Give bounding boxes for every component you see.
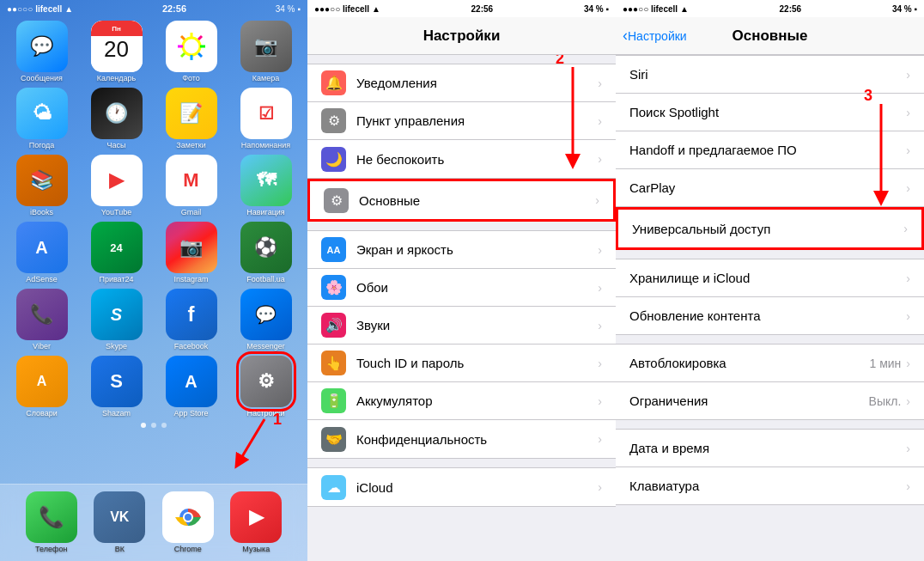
touchid-label: Touch ID и пароль	[356, 356, 598, 370]
app-privat24[interactable]: 24 Приват24	[82, 222, 151, 284]
control-icon: ⚙	[321, 108, 346, 133]
app-grid: 💬 Сообщения Пн 20 Календарь	[0, 17, 307, 418]
app-instagram[interactable]: 📷 Instagram	[156, 222, 226, 284]
general-row-storage[interactable]: Хранилище и iCloud ›	[616, 259, 924, 297]
app-slovari[interactable]: A Словари	[7, 356, 76, 418]
settings-group-general: ⚙ Основные ›	[307, 179, 616, 222]
wallpaper-label: Обои	[356, 280, 598, 295]
svg-line-7	[198, 36, 202, 40]
settings-list: 🔔 Уведомления › ⚙ Пункт управления › 🌙 Н…	[307, 55, 616, 561]
battery-label: Аккумулятор	[356, 393, 598, 408]
time-1: 22:56	[162, 3, 186, 14]
svg-line-8	[181, 53, 185, 57]
app-skype[interactable]: S Skype	[82, 289, 151, 351]
app-camera[interactable]: 📷 Камера	[231, 21, 301, 82]
app-maps[interactable]: 🗺 Навигация	[231, 155, 301, 216]
settings-row-notifications[interactable]: 🔔 Уведомления ›	[307, 64, 616, 102]
settings-group-2: AA Экран и яркость › 🌸 Обои › 🔊 Звуки › …	[307, 230, 616, 459]
dock-chrome[interactable]: Chrome	[162, 491, 214, 553]
control-label: Пункт управления	[356, 113, 598, 128]
app-settings[interactable]: ⚙ Настройки	[231, 356, 301, 418]
app-calendar[interactable]: Пн 20 Календарь	[82, 21, 151, 82]
app-messages[interactable]: 💬 Сообщения	[7, 21, 76, 82]
dock: 📞 Телефон VK ВК Chrome ▶	[0, 484, 307, 561]
app-facebook[interactable]: f Facebook	[156, 289, 226, 351]
general-group-accessibility: Универсальный доступ ›	[616, 207, 924, 250]
app-gmail[interactable]: M Gmail	[156, 155, 226, 216]
app-youtube[interactable]: ▶ YouTube	[82, 155, 151, 216]
general-row-keyboard[interactable]: Клавиатура ›	[616, 467, 924, 505]
sounds-icon: 🔊	[321, 313, 346, 338]
app-viber[interactable]: 📞 Viber	[7, 289, 76, 351]
svg-point-0	[183, 38, 200, 55]
carrier-1: ●●○○○ lifecell ▲	[7, 4, 73, 14]
general-group-4: Дата и время › Клавиатура ›	[616, 429, 924, 505]
settings-row-display[interactable]: AA Экран и яркость ›	[307, 231, 616, 269]
general-nav-bar: ‹ Настройки Основные	[616, 17, 924, 55]
sounds-label: Звуки	[356, 318, 598, 332]
app-messenger[interactable]: 💬 Messenger	[231, 289, 301, 351]
display-icon: AA	[321, 237, 346, 262]
general-row-datetime[interactable]: Дата и время ›	[616, 430, 924, 467]
app-photos[interactable]: Фото	[156, 21, 226, 82]
battery-2: 34 % ▪	[584, 4, 609, 14]
settings-nav-bar: Настройки	[307, 17, 616, 55]
general-group-3: Автоблокировка 1 мин › Ограничения Выкл.…	[616, 344, 924, 420]
app-clock[interactable]: 🕐 Часы	[82, 88, 151, 149]
general-row-spotlight[interactable]: Поиск Spotlight ›	[616, 94, 924, 131]
app-notes[interactable]: 📝 Заметки	[156, 88, 226, 149]
svg-point-11	[185, 514, 191, 521]
settings-group-icloud: ☁ iCloud ›	[307, 467, 616, 507]
settings-row-control[interactable]: ⚙ Пункт управления ›	[307, 102, 616, 140]
settings-row-wallpaper[interactable]: 🌸 Обои ›	[307, 269, 616, 307]
general-list: Siri › Поиск Spotlight › Handoff и предл…	[616, 55, 924, 561]
icloud-icon: ☁	[321, 475, 346, 500]
phone2-settings: ●●●○○ lifecell ▲ 22:56 34 % ▪ Настройки …	[307, 0, 616, 561]
dock-vk[interactable]: VK ВК	[94, 491, 145, 553]
general-row-content-update[interactable]: Обновление контента ›	[616, 297, 924, 335]
settings-row-dnd[interactable]: 🌙 Не беспокоить ›	[307, 140, 616, 178]
back-button[interactable]: ‹ Настройки	[623, 27, 687, 45]
app-appstore[interactable]: A App Store	[156, 356, 226, 418]
settings-title: Настройки	[423, 27, 501, 45]
battery-icon: 🔋	[321, 388, 346, 413]
dock-music[interactable]: ▶ Музыка	[230, 491, 282, 553]
dnd-icon: 🌙	[321, 147, 346, 172]
svg-line-5	[181, 36, 185, 40]
general-group-1: Siri › Поиск Spotlight › Handoff и предл…	[616, 55, 924, 207]
general-row-carplay[interactable]: CarPlay ›	[616, 169, 924, 207]
settings-row-battery[interactable]: 🔋 Аккумулятор ›	[307, 382, 616, 420]
app-shazam[interactable]: S Shazam	[82, 356, 151, 418]
carrier-2: ●●●○○ lifecell ▲	[314, 4, 380, 14]
status-bar-3: ●●●○○ lifecell ▲ 22:56 34 % ▪	[616, 0, 924, 17]
general-row-accessibility[interactable]: Универсальный доступ ›	[618, 210, 921, 247]
settings-row-icloud[interactable]: ☁ iCloud ›	[307, 468, 616, 506]
app-adsense[interactable]: A AdSense	[7, 222, 76, 284]
settings-group-1: 🔔 Уведомления › ⚙ Пункт управления › 🌙 Н…	[307, 64, 616, 179]
display-label: Экран и яркость	[356, 242, 598, 257]
notifications-label: Уведомления	[356, 76, 598, 90]
wallpaper-icon: 🌸	[321, 275, 346, 300]
time-3: 22:56	[780, 4, 802, 14]
settings-row-touchid[interactable]: 👆 Touch ID и пароль ›	[307, 345, 616, 382]
battery-1: 34 % ▪	[276, 4, 301, 14]
settings-row-general[interactable]: ⚙ Основные ›	[310, 181, 613, 219]
phone1-home: ●●○○○ lifecell ▲ 22:56 34 % ▪ 💬 Сообщени…	[0, 0, 307, 561]
settings-row-sounds[interactable]: 🔊 Звуки ›	[307, 307, 616, 345]
dock-phone[interactable]: 📞 Телефон	[26, 491, 77, 553]
app-ibooks[interactable]: 📚 iBooks	[7, 155, 76, 216]
general-row-handoff[interactable]: Handoff и предлагаемое ПО ›	[616, 131, 924, 169]
app-reminders[interactable]: ☑ Напоминания	[231, 88, 301, 149]
app-weather[interactable]: 🌤 Погода	[7, 88, 76, 149]
settings-row-privacy[interactable]: 🤝 Конфиденциальность ›	[307, 420, 616, 458]
general-row-autolock[interactable]: Автоблокировка 1 мин ›	[616, 345, 924, 382]
dnd-label: Не беспокоить	[356, 152, 598, 167]
general-row-siri[interactable]: Siri ›	[616, 56, 924, 94]
privacy-icon: 🤝	[321, 427, 346, 452]
app-football[interactable]: ⚽ Football.ua	[231, 222, 301, 284]
general-title: Основные	[732, 27, 807, 45]
battery-3: 34 % ▪	[892, 4, 917, 14]
phone3-general: ●●●○○ lifecell ▲ 22:56 34 % ▪ ‹ Настройк…	[616, 0, 924, 561]
general-row-restrictions[interactable]: Ограничения Выкл. ›	[616, 382, 924, 420]
general-group-2: Хранилище и iCloud › Обновление контента…	[616, 259, 924, 335]
